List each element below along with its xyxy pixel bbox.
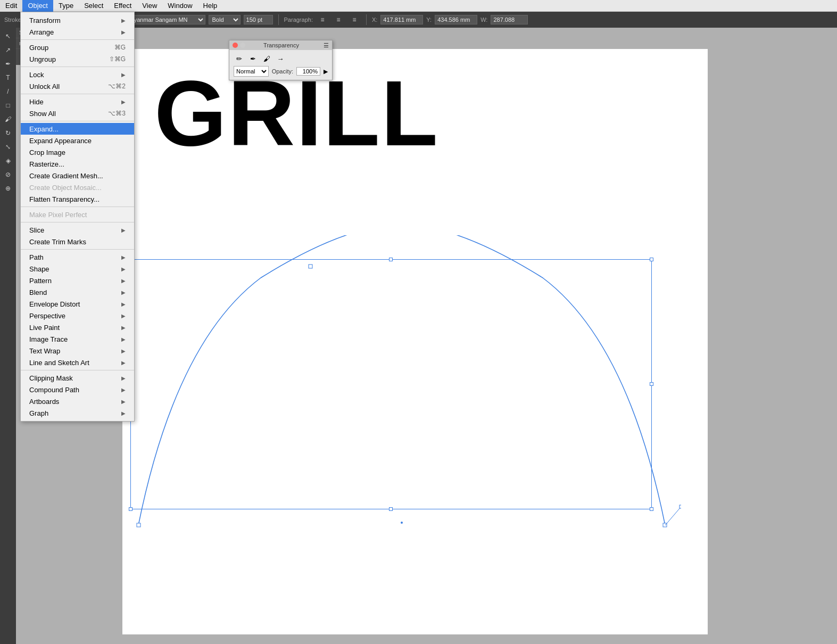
menu-type[interactable]: Type <box>53 0 79 12</box>
menu-flatten-transparency[interactable]: Flatten Transparency... <box>21 193 134 205</box>
menu-image-trace[interactable]: Image Trace ▶ <box>21 333 134 345</box>
line-tool[interactable]: / <box>2 85 14 98</box>
menu-ungroup[interactable]: Ungroup ⇧⌘G <box>21 53 134 65</box>
menu-group[interactable]: Group ⌘G <box>21 42 134 53</box>
menu-transform[interactable]: Transform ▶ <box>21 14 134 26</box>
selection-tool[interactable]: ↖ <box>2 30 14 43</box>
align-right-icon[interactable]: ≡ <box>348 13 361 26</box>
menu-create-gradient-mesh[interactable]: Create Gradient Mesh... <box>21 170 134 181</box>
menu-pattern[interactable]: Pattern ▶ <box>21 275 134 286</box>
menu-path-label: Path <box>29 253 44 261</box>
brush-tool[interactable]: 🖌 <box>2 113 14 126</box>
menu-help[interactable]: Help <box>198 0 223 12</box>
menu-view[interactable]: View <box>137 0 162 12</box>
menu-slice-label: Slice <box>29 226 44 234</box>
rect-tool[interactable]: □ <box>2 99 14 112</box>
menu-rasterize-label: Rasterize... <box>29 160 64 168</box>
envelope-distort-arrow-icon: ▶ <box>121 301 126 307</box>
menu-create-object-mosaic: Create Object Mosaic... <box>21 181 134 193</box>
menu-text-wrap[interactable]: Text Wrap ▶ <box>21 345 134 357</box>
menu-create-gradient-mesh-label: Create Gradient Mesh... <box>29 172 103 180</box>
font-size-input[interactable] <box>244 15 273 24</box>
menu-live-paint[interactable]: Live Paint ▶ <box>21 321 134 333</box>
menu-line-sketch-art-label: Line and Sketch Art <box>29 359 89 367</box>
w-input[interactable] <box>491 15 528 24</box>
y-input[interactable] <box>435 15 477 24</box>
menu-image-trace-label: Image Trace <box>29 335 68 343</box>
grill-arc-text: GRILL <box>122 235 681 448</box>
menu-path[interactable]: Path ▶ <box>21 251 134 263</box>
compound-path-arrow-icon: ▶ <box>121 387 126 393</box>
transparency-pencil-icon[interactable]: ✏ <box>234 53 244 64</box>
menu-clipping-mask[interactable]: Clipping Mask ▶ <box>21 372 134 384</box>
stroke-label: Stroke <box>4 16 21 23</box>
menu-envelope-distort[interactable]: Envelope Distort ▶ <box>21 298 134 310</box>
menu-envelope-distort-label: Envelope Distort <box>29 300 80 308</box>
transparency-pen-icon[interactable]: ✒ <box>247 53 258 64</box>
menu-graph[interactable]: Graph ▶ <box>21 407 134 419</box>
scale-tool[interactable]: ⤡ <box>2 141 14 153</box>
svg-point-3 <box>401 522 403 524</box>
menu-unlock-all[interactable]: Unlock All ⌥⌘2 <box>21 80 134 92</box>
menu-arrange-label: Arrange <box>29 28 54 36</box>
menu-artboards[interactable]: Artboards ▶ <box>21 395 134 407</box>
pen-tool[interactable]: ✒ <box>2 57 14 70</box>
divider-4 <box>21 121 134 121</box>
align-center-icon[interactable]: ≡ <box>332 13 345 26</box>
menu-window[interactable]: Window <box>162 0 197 12</box>
divider-3 <box>21 94 134 94</box>
font-select[interactable]: Myanmar Sangam MN <box>126 15 205 24</box>
blend-tool[interactable]: ◈ <box>2 154 14 167</box>
rotate-tool[interactable]: ↻ <box>2 127 14 139</box>
transparency-mode-select[interactable]: Normal Multiply Screen Overlay <box>234 66 269 77</box>
menu-rasterize[interactable]: Rasterize... <box>21 158 134 170</box>
font-weight-select[interactable]: Bold <box>209 15 241 24</box>
menu-lock-label: Lock <box>29 71 44 79</box>
menu-graph-label: Graph <box>29 409 48 417</box>
menubar: Edit Object Type Select Effect View Wind… <box>0 0 837 12</box>
group-shortcut: ⌘G <box>114 44 126 51</box>
menu-hide[interactable]: Hide ▶ <box>21 96 134 108</box>
menu-compound-path[interactable]: Compound Path ▶ <box>21 384 134 395</box>
menu-shape[interactable]: Shape ▶ <box>21 263 134 275</box>
menu-lock[interactable]: Lock ▶ <box>21 69 134 80</box>
transparency-icons-row: ✏ ✒ 🖌 → <box>234 53 328 64</box>
menu-perspective-label: Perspective <box>29 312 65 320</box>
show-all-shortcut: ⌥⌘3 <box>108 110 126 117</box>
eyedrop-tool[interactable]: ⊘ <box>2 168 14 181</box>
transparency-arrow-icon[interactable]: → <box>275 53 286 64</box>
menu-line-sketch-art[interactable]: Line and Sketch Art ▶ <box>21 357 134 368</box>
transparency-menu-icon[interactable]: ☰ <box>316 42 329 49</box>
path-arrow-icon: ▶ <box>121 254 126 260</box>
menu-hide-label: Hide <box>29 98 44 106</box>
menu-expand-appearance[interactable]: Expand Appearance <box>21 135 134 146</box>
menu-blend[interactable]: Blend ▶ <box>21 286 134 298</box>
menu-create-trim-marks[interactable]: Create Trim Marks <box>21 236 134 247</box>
menu-make-pixel-perfect: Make Pixel Perfect <box>21 209 134 220</box>
transparency-opacity-input[interactable] <box>296 67 320 76</box>
artboards-arrow-icon: ▶ <box>121 399 126 404</box>
align-left-icon[interactable]: ≡ <box>316 13 329 26</box>
x-input[interactable] <box>380 15 423 24</box>
menu-object[interactable]: Object <box>22 0 53 12</box>
menu-expand[interactable]: Expand... <box>21 123 134 135</box>
svg-text:GRILL: GRILL <box>231 235 574 244</box>
transparency-brush-icon[interactable]: 🖌 <box>261 53 272 64</box>
menu-perspective[interactable]: Perspective ▶ <box>21 310 134 321</box>
menu-edit[interactable]: Edit <box>0 0 22 12</box>
zoom-tool[interactable]: ⊕ <box>2 182 14 195</box>
menu-effect[interactable]: Effect <box>109 0 137 12</box>
transparency-close-button[interactable] <box>233 43 238 48</box>
menu-show-all[interactable]: Show All ⌥⌘3 <box>21 108 134 119</box>
transparency-opacity-arrow[interactable]: ▶ <box>324 68 328 75</box>
menu-crop-image[interactable]: Crop Image <box>21 146 134 158</box>
type-tool[interactable]: T <box>2 71 14 84</box>
menu-select[interactable]: Select <box>79 0 109 12</box>
live-paint-arrow-icon: ▶ <box>121 325 126 331</box>
menu-arrange[interactable]: Arrange ▶ <box>21 26 134 38</box>
transparency-expand-button[interactable] <box>240 43 245 48</box>
transparency-controls-row: Normal Multiply Screen Overlay Opacity: … <box>234 66 328 77</box>
direct-select-tool[interactable]: ↗ <box>2 44 14 56</box>
menu-slice[interactable]: Slice ▶ <box>21 224 134 236</box>
menu-artboards-label: Artboards <box>29 398 59 406</box>
